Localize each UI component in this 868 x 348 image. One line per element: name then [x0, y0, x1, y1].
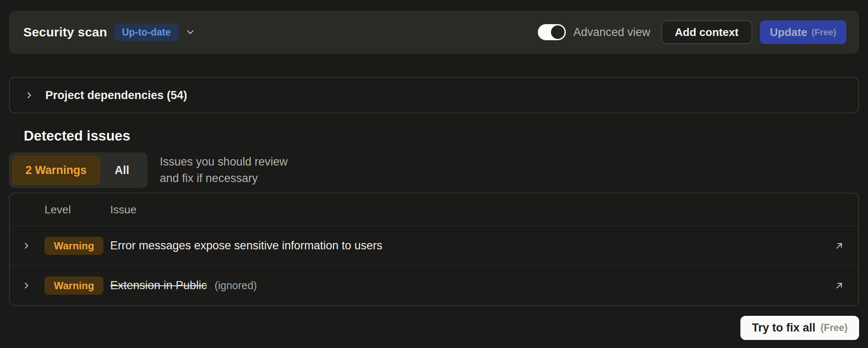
issue-cell: Error messages expose sensitive informat…	[110, 239, 822, 252]
issue-text: Error messages expose sensitive informat…	[110, 239, 382, 252]
project-dependencies-row[interactable]: Project dependencies (54)	[9, 77, 859, 113]
try-to-fix-all-button[interactable]: Try to fix all (Free)	[740, 316, 859, 340]
issue-filter-group: 2 WarningsAll	[9, 152, 147, 188]
update-button-label: Update	[770, 26, 807, 39]
column-header-level: Level	[45, 203, 110, 216]
project-dependencies-label: Project dependencies (54)	[45, 89, 187, 102]
table-header-row: Level Issue	[10, 193, 858, 226]
filter-description: Issues you should review and fix if nece…	[160, 154, 288, 187]
filter-tab-all[interactable]: All	[100, 156, 145, 185]
page-title: Security scan	[23, 25, 107, 39]
advanced-view-toggle[interactable]	[538, 24, 566, 40]
filter-description-line1: Issues you should review	[160, 154, 288, 170]
issue-text: Extension in Public	[110, 279, 207, 292]
column-header-issue: Issue	[110, 203, 822, 216]
detected-issues-heading: Detected issues	[24, 128, 859, 144]
level-badge: Warning	[45, 237, 103, 255]
arrow-up-right-icon[interactable]	[834, 280, 848, 291]
level-badge: Warning	[45, 276, 103, 295]
filter-row: 2 WarningsAll Issues you should review a…	[9, 152, 859, 188]
ignored-label: (ignored)	[214, 279, 257, 292]
footer-row: Try to fix all (Free)	[9, 316, 859, 340]
try-to-fix-all-label: Try to fix all	[752, 321, 815, 334]
filter-description-line2: and fix if necessary	[160, 170, 288, 187]
header-bar: Security scan Up-to-date Advanced view A…	[9, 11, 859, 54]
status-badge: Up-to-date	[114, 23, 179, 41]
advanced-view-label: Advanced view	[573, 26, 651, 39]
table-row[interactable]: Warning Error messages expose sensitive …	[10, 226, 858, 265]
update-free-suffix: (Free)	[812, 27, 836, 37]
chevron-right-icon[interactable]	[21, 281, 45, 290]
chevron-right-icon[interactable]	[21, 241, 45, 251]
issue-cell: Extension in Public (ignored)	[110, 279, 822, 292]
header-actions: Advanced view Add context Update (Free)	[538, 20, 846, 44]
add-context-button[interactable]: Add context	[661, 20, 752, 44]
table-body: Warning Error messages expose sensitive …	[10, 226, 858, 305]
update-button[interactable]: Update (Free)	[760, 20, 846, 44]
arrow-up-right-icon[interactable]	[834, 240, 848, 251]
fix-all-free-suffix: (Free)	[821, 322, 848, 334]
chevron-down-icon[interactable]	[185, 27, 196, 38]
chevron-right-icon	[24, 90, 34, 100]
table-row[interactable]: Warning Extension in Public (ignored)	[10, 265, 858, 305]
toggle-knob	[551, 25, 565, 39]
issues-table: Level Issue Warning Error messages expos…	[9, 193, 859, 306]
filter-tab-2-warnings[interactable]: 2 Warnings	[12, 156, 100, 185]
